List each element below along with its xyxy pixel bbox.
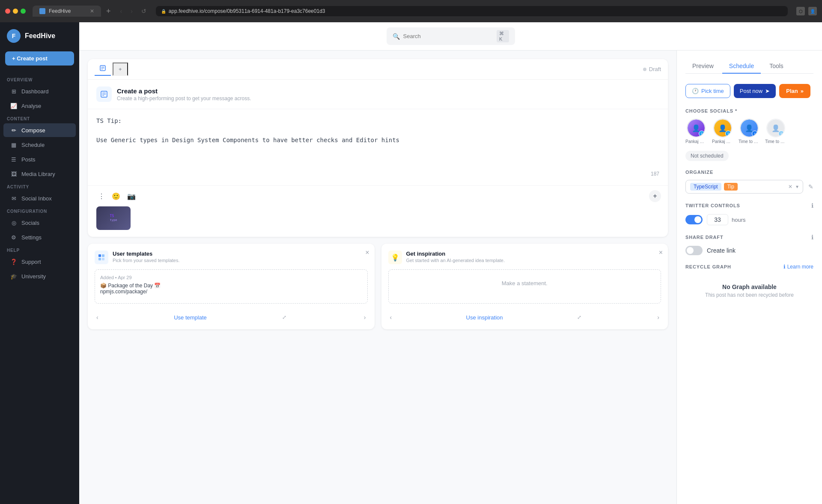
search-input[interactable] bbox=[403, 33, 493, 39]
twitter-info-icon[interactable]: ℹ bbox=[811, 202, 813, 209]
social-item-0[interactable]: 👤 T Pankaj Patel bbox=[685, 119, 707, 144]
app-container: F FeedHive + Create post OVERVIEW ⊞ Dash… bbox=[0, 22, 822, 504]
inspiration-prev-button[interactable]: ‹ bbox=[388, 312, 394, 322]
sidebar-item-analyse[interactable]: 📈 Analyse bbox=[3, 99, 76, 113]
schedule-icon: ▦ bbox=[10, 141, 17, 148]
sidebar-item-label: Support bbox=[21, 259, 41, 265]
social-item-1[interactable]: 👤 T Pankaj Patel bbox=[712, 119, 733, 144]
tag-dropdown-button[interactable]: ▾ bbox=[796, 184, 798, 190]
user-templates-header: User templates Pick from your saved temp… bbox=[95, 251, 368, 264]
sidebar-item-schedule[interactable]: ▦ Schedule bbox=[3, 138, 76, 152]
sidebar: F FeedHive + Create post OVERVIEW ⊞ Dash… bbox=[0, 22, 79, 504]
tag-tip: Tip bbox=[724, 183, 738, 191]
composer-card-header: Create a post Create a high-performing p… bbox=[88, 80, 668, 109]
share-draft-info-icon[interactable]: ℹ bbox=[811, 234, 813, 241]
inspiration-desc: Get started with an AI-generated idea te… bbox=[406, 258, 505, 263]
preview-image: TS type bbox=[96, 206, 131, 230]
tab-close-icon[interactable]: ✕ bbox=[90, 8, 94, 14]
create-link-label: Create link bbox=[707, 247, 736, 254]
create-post-button[interactable]: + Create post bbox=[5, 51, 74, 66]
media-button[interactable]: 📷 bbox=[124, 191, 139, 202]
address-bar[interactable]: 🔒 app.feedhive.io/compose/0b95311a-6914-… bbox=[156, 6, 788, 16]
sidebar-item-socials[interactable]: ◎ Socials bbox=[3, 216, 76, 230]
use-template-button[interactable]: Use template bbox=[174, 314, 207, 321]
info-circle-icon: ℹ bbox=[783, 264, 786, 270]
posts-icon: ☰ bbox=[10, 156, 17, 163]
post-textarea[interactable]: TS Tip: Use Generic types in Design Syst… bbox=[96, 116, 659, 167]
tab-tools[interactable]: Tools bbox=[762, 59, 790, 74]
social-item-3[interactable]: 👤 T Time to Hack bbox=[765, 119, 786, 144]
expand-inspiration-button[interactable]: ⤢ bbox=[575, 313, 583, 322]
tags-input[interactable]: TypeScript Tip ✕ ▾ bbox=[685, 180, 803, 194]
post-now-button[interactable]: Post now ➤ bbox=[734, 84, 776, 98]
plan-button[interactable]: Plan » bbox=[779, 84, 810, 98]
nav-reload-button[interactable]: ↺ bbox=[139, 7, 149, 15]
add-button[interactable]: + bbox=[649, 190, 661, 202]
recycle-graph-section: RECYCLE GRAPH ℹ Learn more No Graph avai… bbox=[685, 264, 813, 307]
share-draft-header: SHARE DRAFT ℹ bbox=[685, 234, 813, 241]
post-textarea-area: TS Tip: Use Generic types in Design Syst… bbox=[88, 109, 668, 185]
learn-more-text: Learn more bbox=[787, 264, 813, 270]
composer-tab-add[interactable]: + bbox=[113, 63, 128, 76]
user-templates-close-button[interactable]: × bbox=[365, 249, 369, 256]
code-preview-text: TS type bbox=[108, 212, 119, 224]
social-item-2[interactable]: 👤 f Time to Hack bbox=[739, 119, 760, 144]
draft-badge: Draft bbox=[643, 66, 661, 72]
tab-schedule[interactable]: Schedule bbox=[722, 59, 761, 74]
pick-time-button[interactable]: 🕐 Pick time bbox=[685, 84, 730, 98]
dot-green bbox=[21, 9, 26, 14]
sidebar-item-social-inbox[interactable]: ✉ Social Inbox bbox=[3, 191, 76, 205]
url-text: app.feedhive.io/compose/0b95311a-6914-48… bbox=[169, 8, 325, 14]
draft-dot-icon bbox=[643, 68, 646, 71]
twitter-badge-3: T bbox=[778, 131, 784, 137]
extension-icon[interactable]: ⬡ bbox=[796, 7, 805, 15]
tag-clear-button[interactable]: ✕ bbox=[787, 184, 793, 190]
more-options-button[interactable]: ⋮ bbox=[95, 191, 108, 202]
facebook-badge-2: f bbox=[752, 131, 758, 137]
tab-preview[interactable]: Preview bbox=[685, 59, 721, 74]
support-icon: ❓ bbox=[10, 258, 17, 265]
hours-field[interactable]: 33 bbox=[707, 214, 728, 225]
sidebar-item-dashboard[interactable]: ⊞ Dashboard bbox=[3, 84, 76, 98]
tag-edit-button[interactable]: ✎ bbox=[808, 183, 813, 190]
university-icon: 🎓 bbox=[10, 273, 17, 280]
dashboard-icon: ⊞ bbox=[10, 88, 17, 95]
sidebar-item-settings[interactable]: ⚙ Settings bbox=[3, 230, 76, 244]
profile-icon[interactable]: 👤 bbox=[808, 7, 817, 15]
social-avatar-2: 👤 f bbox=[740, 119, 759, 137]
favicon-icon bbox=[39, 8, 45, 14]
emoji-button[interactable]: 🙂 bbox=[108, 191, 124, 202]
share-draft-toggle[interactable] bbox=[685, 246, 703, 255]
inspiration-content[interactable]: Make a statement. bbox=[388, 269, 661, 304]
social-avatar-3: 👤 T bbox=[766, 119, 785, 137]
sidebar-item-support[interactable]: ❓ Support bbox=[3, 255, 76, 268]
template-prev-button[interactable]: ‹ bbox=[95, 312, 100, 322]
search-bar[interactable]: 🔍 ⌘ K bbox=[387, 27, 515, 45]
browser-chrome: FeedHive ✕ + ‹ › ↺ 🔒 app.feedhive.io/com… bbox=[0, 0, 822, 22]
sidebar-item-posts[interactable]: ☰ Posts bbox=[3, 152, 76, 166]
inspiration-info: Get inspiration Get started with an AI-g… bbox=[406, 251, 505, 263]
expand-template-button[interactable]: ⤢ bbox=[280, 313, 288, 322]
inspiration-card: × 💡 Get inspiration Get started with an … bbox=[381, 244, 668, 329]
image-preview: TS type bbox=[88, 206, 668, 237]
twitter-toggle[interactable] bbox=[685, 215, 703, 224]
nav-back-button[interactable]: ‹ bbox=[118, 7, 125, 15]
share-draft-section: SHARE DRAFT ℹ Create link bbox=[685, 234, 813, 255]
tag-input[interactable] bbox=[740, 184, 785, 190]
create-link-row: Create link bbox=[685, 246, 813, 255]
no-graph-desc: This post has not been recycled before bbox=[694, 292, 805, 298]
add-tab-button[interactable]: + bbox=[106, 7, 111, 16]
composer-tab-main[interactable] bbox=[95, 63, 111, 76]
sidebar-section-activity: ACTIVITY bbox=[0, 181, 79, 191]
sidebar-item-university[interactable]: 🎓 University bbox=[3, 269, 76, 283]
inspiration-next-button[interactable]: › bbox=[655, 312, 661, 322]
template-next-button[interactable]: › bbox=[362, 312, 368, 322]
sidebar-item-compose[interactable]: ✏ Compose bbox=[3, 123, 76, 137]
use-inspiration-button[interactable]: Use inspiration bbox=[466, 314, 503, 321]
learn-more-link[interactable]: ℹ Learn more bbox=[783, 264, 813, 270]
inspiration-close-button[interactable]: × bbox=[659, 249, 663, 256]
compose-icon: ✏ bbox=[10, 127, 17, 134]
browser-tab[interactable]: FeedHive ✕ bbox=[33, 6, 101, 17]
nav-forward-button[interactable]: › bbox=[128, 7, 135, 15]
sidebar-item-media-library[interactable]: 🖼 Media Library bbox=[3, 167, 76, 181]
